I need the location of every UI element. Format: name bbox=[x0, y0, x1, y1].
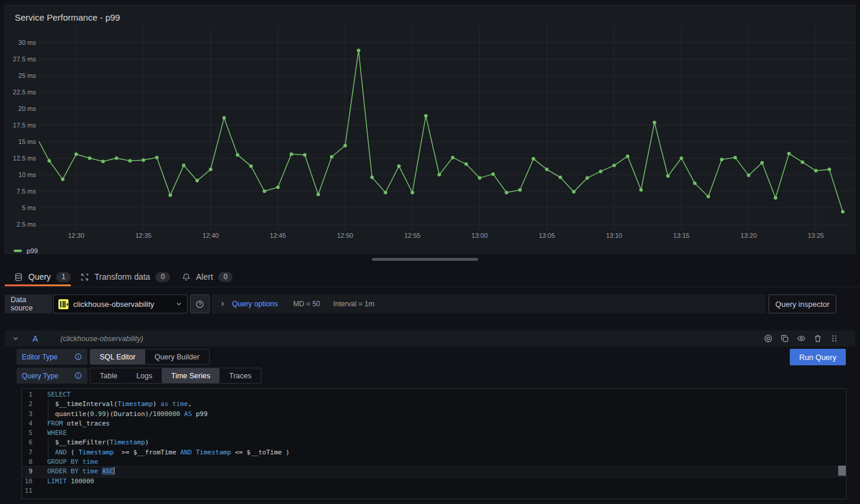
run-query-button[interactable]: Run Query bbox=[790, 349, 846, 365]
query-type-option-logs[interactable]: Logs bbox=[127, 368, 162, 383]
tab-query-count-badge: 1 bbox=[56, 272, 71, 282]
line-code: LIMIT 100000 bbox=[47, 477, 94, 486]
svg-text:13:05: 13:05 bbox=[539, 232, 555, 239]
tab-query[interactable]: Query 1 bbox=[14, 269, 71, 284]
line-code: SELECT bbox=[47, 390, 71, 400]
datasource-picker[interactable]: clickhouse-observability bbox=[53, 294, 188, 313]
record-circle-icon[interactable] bbox=[764, 334, 773, 343]
line-number: 2 bbox=[22, 400, 32, 409]
query-inspector-button[interactable]: Query inspector bbox=[769, 294, 836, 313]
svg-text:17.5 ms: 17.5 ms bbox=[13, 122, 37, 129]
query-ref-id[interactable]: A bbox=[32, 334, 38, 343]
line-code: GROUP BY time bbox=[47, 457, 98, 467]
svg-text:13:00: 13:00 bbox=[472, 232, 488, 239]
interval-value: Interval = 1m bbox=[333, 300, 375, 308]
tab-query-label: Query bbox=[28, 272, 51, 282]
line-number: 1 bbox=[22, 390, 32, 400]
svg-text:22.5 ms: 22.5 ms bbox=[13, 89, 37, 96]
svg-text:20 ms: 20 ms bbox=[18, 105, 36, 112]
timeseries-panel: Service Performance - p99 2.5 ms5 ms7.5 … bbox=[5, 5, 855, 254]
query-options-toggle[interactable]: Query options bbox=[232, 300, 278, 308]
editor-overview-ruler-marker[interactable] bbox=[838, 466, 846, 476]
tab-transform-count-badge: 0 bbox=[155, 272, 170, 282]
editor-type-option-query-builder[interactable]: Query Builder bbox=[145, 349, 209, 364]
line-number: 3 bbox=[22, 410, 32, 419]
svg-text:12:40: 12:40 bbox=[202, 232, 219, 239]
code-line-10[interactable]: 10LIMIT 100000 bbox=[22, 477, 846, 486]
datasource-label: Data source bbox=[5, 294, 52, 313]
editor-type-radio-group: SQL Editor Query Builder bbox=[90, 349, 210, 365]
line-code: FROM otel_traces bbox=[47, 419, 110, 428]
datasource-help-button[interactable] bbox=[190, 294, 210, 313]
collapse-query-row-button[interactable] bbox=[12, 335, 19, 342]
tab-transform-data[interactable]: Transform data 0 bbox=[80, 269, 170, 284]
transform-arrows-icon bbox=[80, 273, 89, 282]
svg-text:12:45: 12:45 bbox=[270, 232, 286, 239]
sql-code-editor[interactable]: 1SELECT2 $__timeInterval(Timestamp) as t… bbox=[21, 388, 846, 499]
query-row-actions bbox=[764, 334, 839, 343]
code-line-1[interactable]: 1SELECT bbox=[22, 390, 846, 400]
line-code: quantile(0.99)(Duration)/1000000 AS p99 bbox=[47, 410, 208, 419]
code-line-8[interactable]: 8GROUP BY time bbox=[22, 457, 846, 467]
max-data-points-value: MD = 50 bbox=[293, 300, 321, 308]
line-number: 7 bbox=[22, 448, 32, 457]
eye-icon[interactable] bbox=[797, 334, 806, 343]
svg-text:5 ms: 5 ms bbox=[22, 204, 36, 211]
horizontal-scrollbar-thumb[interactable] bbox=[372, 258, 478, 261]
code-line-6[interactable]: 6 $__timeFilter(Timestamp) bbox=[22, 438, 846, 447]
editor-type-row: Editor Type SQL Editor Query Builder bbox=[17, 349, 210, 365]
svg-text:2.5 ms: 2.5 ms bbox=[17, 221, 37, 228]
query-row-header[interactable]: A (clickhouse-observability) bbox=[5, 330, 855, 346]
legend-series-label[interactable]: p99 bbox=[27, 247, 38, 254]
active-tab-underline bbox=[5, 284, 71, 286]
info-circle-icon[interactable] bbox=[74, 372, 82, 379]
line-number: 9 bbox=[22, 467, 32, 476]
line-number: 8 bbox=[22, 457, 32, 467]
line-code: WHERE bbox=[47, 428, 67, 438]
grip-dots-icon[interactable] bbox=[830, 334, 839, 343]
code-line-11[interactable]: 11 bbox=[22, 486, 846, 496]
query-type-option-table[interactable]: Table bbox=[90, 368, 127, 383]
chevron-down-icon bbox=[175, 300, 182, 307]
chevron-right-icon[interactable] bbox=[219, 300, 226, 307]
code-line-9[interactable]: 9ORDER BY time ASC bbox=[22, 467, 846, 476]
svg-text:27.5 ms: 27.5 ms bbox=[13, 55, 37, 63]
line-code: $__timeInterval(Timestamp) as time, bbox=[47, 400, 192, 409]
code-line-3[interactable]: 3 quantile(0.99)(Duration)/1000000 AS p9… bbox=[22, 410, 846, 419]
line-code: ORDER BY time ASC bbox=[47, 467, 115, 476]
tab-alert-label: Alert bbox=[196, 272, 213, 282]
editor-type-option-sql-editor[interactable]: SQL Editor bbox=[90, 349, 145, 364]
query-type-row: Query Type Table Logs Time Series Traces bbox=[17, 368, 261, 384]
line-code: AND ( Timestamp >= $__fromTime AND Times… bbox=[47, 448, 290, 457]
code-line-2[interactable]: 2 $__timeInterval(Timestamp) as time, bbox=[22, 400, 846, 409]
tab-transform-label: Transform data bbox=[94, 272, 150, 282]
code-line-4[interactable]: 4FROM otel_traces bbox=[22, 419, 846, 428]
database-icon bbox=[14, 273, 23, 282]
query-row-datasource-subtitle: (clickhouse-observability) bbox=[60, 335, 143, 343]
query-type-option-traces[interactable]: Traces bbox=[220, 368, 261, 383]
line-code: $__timeFilter(Timestamp) bbox=[47, 438, 149, 447]
code-line-7[interactable]: 7 AND ( Timestamp >= $__fromTime AND Tim… bbox=[22, 448, 846, 457]
svg-text:13:15: 13:15 bbox=[673, 232, 690, 239]
svg-text:30 ms: 30 ms bbox=[18, 39, 36, 46]
legend: p99 bbox=[14, 247, 38, 254]
svg-text:7.5 ms: 7.5 ms bbox=[17, 188, 37, 195]
svg-text:12:55: 12:55 bbox=[404, 232, 421, 239]
svg-text:13:25: 13:25 bbox=[807, 232, 824, 239]
copy-icon[interactable] bbox=[780, 334, 789, 343]
clickhouse-logo bbox=[58, 299, 68, 309]
editor-type-label: Editor Type bbox=[22, 353, 57, 361]
svg-text:15 ms: 15 ms bbox=[18, 138, 36, 145]
line-number: 4 bbox=[22, 419, 32, 428]
chevron-down-icon bbox=[12, 335, 19, 342]
code-line-5[interactable]: 5WHERE bbox=[22, 428, 846, 438]
query-options-bar: Query options MD = 50 Interval = 1m bbox=[212, 294, 766, 313]
query-type-option-time-series[interactable]: Time Series bbox=[162, 368, 220, 383]
info-circle-icon[interactable] bbox=[74, 353, 82, 361]
datasource-name: clickhouse-observability bbox=[73, 300, 171, 309]
editor-tabbar: Query 1 Transform data 0 Alert 0 bbox=[0, 267, 860, 287]
time-series-chart[interactable]: 2.5 ms5 ms7.5 ms10 ms12.5 ms15 ms17.5 ms… bbox=[5, 5, 855, 253]
tab-alert[interactable]: Alert 0 bbox=[182, 269, 233, 284]
svg-text:12:35: 12:35 bbox=[135, 232, 152, 239]
trash-icon[interactable] bbox=[813, 334, 822, 343]
